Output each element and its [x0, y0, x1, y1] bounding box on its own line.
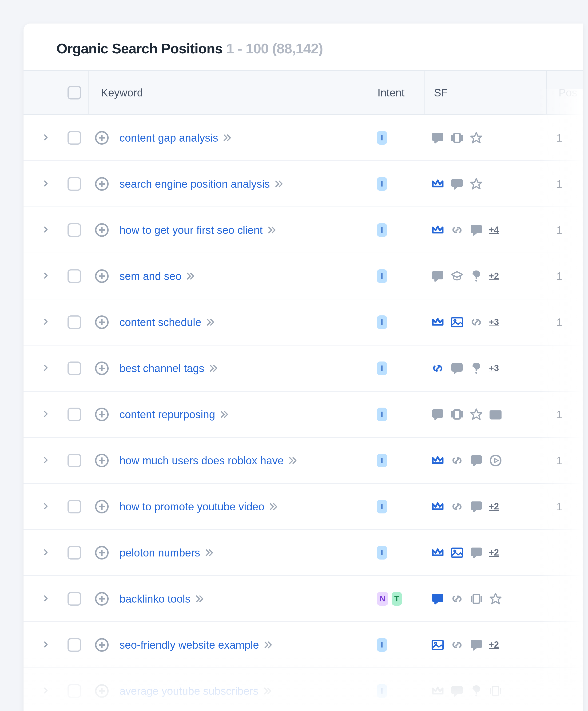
row-checkbox[interactable] [67, 269, 81, 283]
keyword-link[interactable]: seo-friendly website example [119, 639, 259, 651]
open-keyword-icon[interactable] [220, 411, 228, 418]
add-keyword-icon[interactable] [95, 684, 109, 698]
intent-column-header[interactable]: Intent [377, 86, 405, 99]
ad-gray-icon[interactable] [489, 408, 502, 421]
keyword-link[interactable]: best channel tags [119, 362, 204, 375]
crown-blue-icon[interactable] [431, 454, 444, 467]
keyword-column-header[interactable]: Keyword [101, 86, 143, 99]
row-checkbox[interactable] [67, 408, 81, 421]
pos-column-header[interactable]: Pos [559, 86, 577, 99]
keyword-link[interactable]: content repurposing [119, 408, 215, 421]
image-blue-icon[interactable] [450, 316, 464, 329]
row-checkbox[interactable] [67, 546, 81, 560]
star-gray-icon[interactable] [470, 177, 483, 191]
keyword-link[interactable]: how to promote youtube video [119, 500, 264, 513]
expand-row-chevron-icon[interactable] [43, 687, 49, 695]
add-keyword-icon[interactable] [95, 592, 109, 606]
open-keyword-icon[interactable] [268, 226, 276, 234]
carousel-gray-icon[interactable] [489, 684, 502, 698]
row-checkbox[interactable] [67, 454, 81, 467]
row-checkbox[interactable] [67, 177, 81, 191]
bubble-gray-icon[interactable] [470, 500, 483, 513]
bubble-gray-icon[interactable] [470, 454, 483, 467]
sf-more-count[interactable]: +2 [489, 271, 499, 281]
expand-row-chevron-icon[interactable] [43, 503, 49, 510]
row-checkbox[interactable] [67, 223, 81, 237]
sf-more-count[interactable]: +2 [489, 640, 499, 650]
bubble-gray-icon[interactable] [450, 177, 464, 191]
open-keyword-icon[interactable] [205, 549, 213, 557]
row-checkbox[interactable] [67, 638, 81, 652]
sf-more-count[interactable]: +2 [489, 501, 499, 512]
expand-row-chevron-icon[interactable] [43, 272, 49, 280]
add-keyword-icon[interactable] [95, 638, 109, 652]
keyword-link[interactable]: how to get your first seo client [119, 224, 263, 236]
open-keyword-icon[interactable] [223, 134, 231, 142]
question-gray-icon[interactable] [470, 362, 483, 375]
open-keyword-icon[interactable] [196, 595, 204, 603]
add-keyword-icon[interactable] [95, 546, 109, 560]
add-keyword-icon[interactable] [95, 362, 109, 375]
expand-row-chevron-icon[interactable] [43, 411, 49, 418]
link-gray-icon[interactable] [450, 223, 464, 237]
link-gray-icon[interactable] [450, 592, 464, 606]
keyword-link[interactable]: sem and seo [119, 270, 181, 282]
star-gray-icon[interactable] [470, 408, 483, 421]
bubble-gray-icon[interactable] [431, 408, 444, 421]
add-keyword-icon[interactable] [95, 177, 109, 191]
keyword-link[interactable]: average youtube subscribers [119, 685, 259, 697]
row-checkbox[interactable] [67, 500, 81, 513]
add-keyword-icon[interactable] [95, 454, 109, 467]
open-keyword-icon[interactable] [275, 180, 283, 188]
add-keyword-icon[interactable] [95, 500, 109, 513]
crown-blue-icon[interactable] [431, 177, 444, 191]
row-checkbox[interactable] [67, 131, 81, 145]
link-blue-icon[interactable] [431, 362, 444, 375]
row-checkbox[interactable] [67, 684, 81, 698]
crown-blue-icon[interactable] [431, 500, 444, 513]
keyword-link[interactable]: content schedule [119, 316, 201, 328]
row-checkbox[interactable] [67, 592, 81, 606]
keyword-link[interactable]: content gap analysis [119, 131, 218, 144]
expand-row-chevron-icon[interactable] [43, 226, 49, 234]
bubble-gray-icon[interactable] [431, 269, 444, 283]
add-keyword-icon[interactable] [95, 269, 109, 283]
edu-gray-icon[interactable] [450, 269, 464, 283]
image-blue-icon[interactable] [431, 638, 444, 652]
expand-row-chevron-icon[interactable] [43, 365, 49, 372]
row-checkbox[interactable] [67, 316, 81, 329]
star-gray-icon[interactable] [489, 592, 502, 606]
add-keyword-icon[interactable] [95, 316, 109, 329]
expand-row-chevron-icon[interactable] [43, 549, 49, 557]
open-keyword-icon[interactable] [210, 365, 218, 372]
question-gray-icon[interactable] [470, 684, 483, 698]
select-all-checkbox[interactable] [67, 86, 81, 100]
expand-row-chevron-icon[interactable] [43, 595, 49, 603]
bubble-blue-icon[interactable] [431, 592, 444, 606]
open-keyword-icon[interactable] [206, 319, 215, 326]
link-gray-icon[interactable] [450, 638, 464, 652]
bubble-gray-icon[interactable] [470, 223, 483, 237]
carousel-gray-icon[interactable] [450, 131, 464, 145]
expand-row-chevron-icon[interactable] [43, 134, 49, 142]
add-keyword-icon[interactable] [95, 408, 109, 421]
crown-blue-icon[interactable] [431, 546, 444, 560]
crown-blue-icon[interactable] [431, 223, 444, 237]
keyword-link[interactable]: how much users does roblox have [119, 454, 284, 467]
row-checkbox[interactable] [67, 362, 81, 375]
bubble-gray-icon[interactable] [450, 362, 464, 375]
star-gray-icon[interactable] [470, 131, 483, 145]
link-gray-icon[interactable] [470, 316, 483, 329]
expand-row-chevron-icon[interactable] [43, 641, 49, 649]
crown-blue-icon[interactable] [431, 316, 444, 329]
keyword-link[interactable]: backlinko tools [119, 592, 191, 605]
link-gray-icon[interactable] [450, 500, 464, 513]
bubble-gray-icon[interactable] [431, 131, 444, 145]
bubble-gray-icon[interactable] [470, 546, 483, 560]
expand-row-chevron-icon[interactable] [43, 180, 49, 188]
image-blue-icon[interactable] [450, 546, 464, 560]
play-gray-icon[interactable] [489, 454, 502, 467]
open-keyword-icon[interactable] [269, 503, 278, 510]
link-gray-icon[interactable] [450, 454, 464, 467]
carousel-gray-icon[interactable] [470, 592, 483, 606]
